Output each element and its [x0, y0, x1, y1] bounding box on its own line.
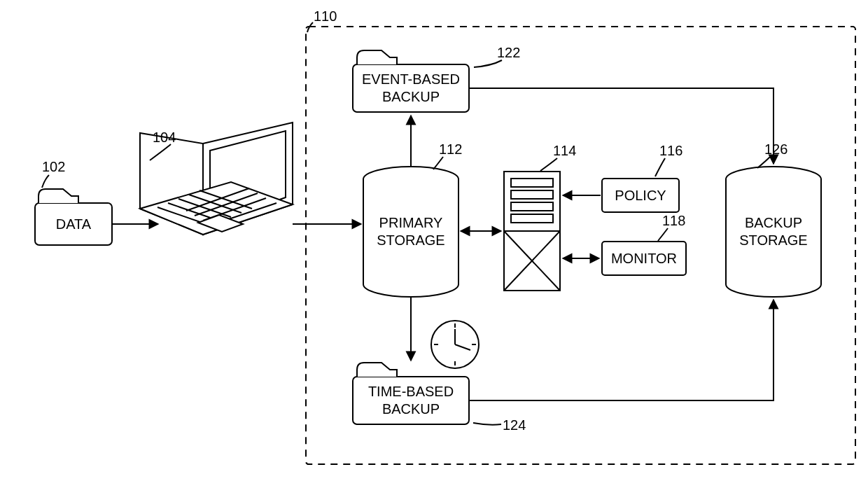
svg-text:BACKUP: BACKUP	[382, 401, 440, 417]
svg-text:POLICY: POLICY	[615, 188, 666, 203]
svg-text:BACKUP: BACKUP	[382, 89, 440, 104]
data-block: DATA	[35, 189, 112, 245]
primary-storage: PRIMARY STORAGE	[363, 167, 458, 297]
svg-text:BACKUP: BACKUP	[745, 215, 802, 230]
ref-data: 102	[42, 159, 65, 174]
data-label: DATA	[56, 216, 92, 232]
ref-server: 114	[553, 143, 576, 158]
svg-text:TIME-BASED: TIME-BASED	[368, 384, 454, 399]
ref-primary: 112	[439, 141, 462, 157]
arrow	[469, 300, 774, 400]
svg-text:STORAGE: STORAGE	[739, 232, 807, 248]
ref-system: 110	[314, 8, 337, 24]
diagram-canvas: 110 DATA 102 104 PRIMARY STORAGE 112 BAC…	[0, 0, 868, 495]
server-icon	[504, 172, 560, 291]
ref-time: 124	[503, 417, 526, 433]
svg-rect-24	[511, 214, 553, 223]
event-backup-block: EVENT-BASED BACKUP	[353, 50, 469, 112]
ref-monitor: 118	[662, 213, 685, 228]
svg-text:MONITOR: MONITOR	[611, 251, 677, 266]
ref-event: 122	[497, 45, 520, 60]
svg-rect-21	[511, 179, 553, 187]
svg-text:STORAGE: STORAGE	[377, 232, 444, 248]
arrow	[469, 88, 774, 164]
time-backup-block: TIME-BASED BACKUP	[353, 363, 469, 424]
ref-policy: 116	[659, 143, 682, 158]
svg-text:PRIMARY: PRIMARY	[379, 215, 443, 230]
backup-storage: BACKUP STORAGE	[726, 167, 821, 297]
ref-backup-storage: 126	[764, 141, 788, 157]
svg-rect-23	[511, 202, 553, 211]
ref-laptop: 104	[153, 130, 176, 145]
clock-icon	[431, 321, 479, 368]
svg-text:EVENT-BASED: EVENT-BASED	[362, 71, 460, 87]
svg-rect-22	[511, 190, 553, 199]
